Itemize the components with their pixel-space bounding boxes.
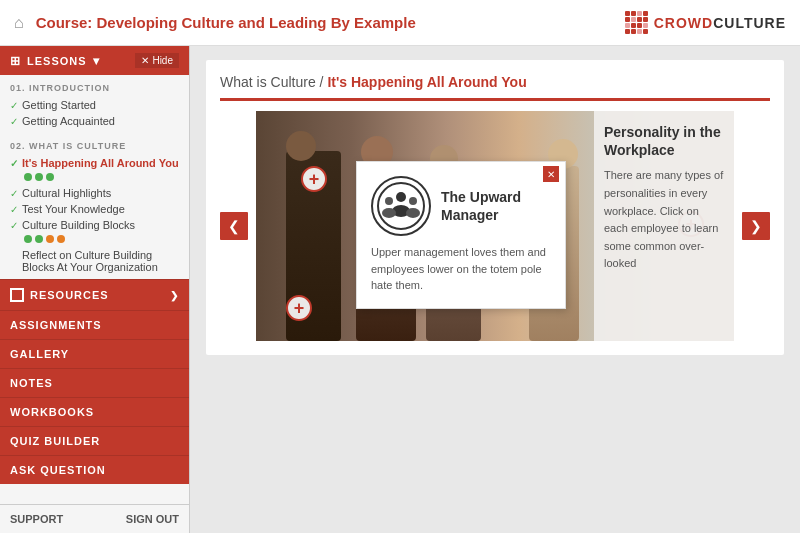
app-header: ⌂ Course: Developing Culture and Leading… [0,0,800,46]
breadcrumb: What is Culture / It's Happening All Aro… [220,74,770,101]
progress-dots [10,171,179,185]
prev-button[interactable]: ❮ [220,212,248,240]
sidebar: ⊞ LESSONS ▾ ✕ Hide 01. INTRODUCTION ✓ Ge… [0,46,190,533]
chevron-right-icon: ❯ [170,290,179,301]
list-item[interactable]: ✓ Getting Acquainted [10,113,179,129]
progress-dots-2 [10,233,179,247]
plus-icon-1[interactable]: + [301,166,327,192]
sidebar-item-gallery[interactable]: GALLERY [0,339,189,368]
check-icon: ✓ [10,100,18,111]
popup-body: Upper management loves them and employee… [371,244,551,294]
hide-button[interactable]: ✕ Hide [135,53,179,68]
carousel-slide: + + + + ✕ [256,111,734,341]
list-item[interactable]: ✓ Reflect on Culture Building Blocks At … [10,247,179,275]
person-1-head [286,131,316,161]
signout-link[interactable]: SIGN OUT [126,513,179,525]
list-item[interactable]: ✓ Culture Building Blocks [10,217,179,233]
sidebar-item-resources[interactable]: RESOURCES ❯ [0,279,189,310]
logo-accent: CROWD [654,15,713,31]
sidebar-footer: SUPPORT SIGN OUT [0,504,189,533]
svg-point-1 [396,192,406,202]
check-icon: ✓ [10,204,18,215]
intro-section: 01. INTRODUCTION ✓ Getting Started ✓ Get… [0,75,189,133]
logo-text: CROWDCULTURE [654,15,786,31]
check-icon: ✓ [10,116,18,127]
logo: CROWDCULTURE [625,11,786,34]
lessons-grid-icon: ⊞ [10,54,21,68]
list-item[interactable]: ✓ Test Your Knowledge [10,201,179,217]
breadcrumb-base: What is Culture / [220,74,327,90]
popup-manager-icon [371,176,431,236]
lessons-header: ⊞ LESSONS ▾ ✕ Hide [0,46,189,75]
content-panel: What is Culture / It's Happening All Aro… [206,60,784,355]
list-item[interactable]: ✓ It's Happening All Around You [10,155,179,171]
list-item[interactable]: ✓ Cultural Highlights [10,185,179,201]
culture-section: 02. WHAT IS CULTURE ✓ It's Happening All… [0,133,189,279]
sidebar-item-quiz-builder[interactable]: QUIZ BUILDER [0,426,189,455]
content-area: What is Culture / It's Happening All Aro… [190,46,800,533]
svg-point-4 [382,208,396,218]
popup-close-button[interactable]: ✕ [543,166,559,182]
right-panel-title: Personality in the Workplace [604,123,724,159]
dot-d [57,235,65,243]
sidebar-item-assignments[interactable]: ASSIGNMENTS [0,310,189,339]
culture-section-title: 02. WHAT IS CULTURE [10,141,179,151]
logo-grid-icon [625,11,648,34]
plus-icon-4[interactable]: + [286,295,312,321]
close-small-icon: ✕ [141,55,149,66]
next-button[interactable]: ❯ [742,212,770,240]
manager-svg [376,181,426,231]
dot-3 [46,173,54,181]
svg-point-3 [385,197,393,205]
dot-2 [35,173,43,181]
sidebar-item-notes[interactable]: NOTES [0,368,189,397]
svg-point-5 [409,197,417,205]
check-icon: ✓ [10,220,18,231]
intro-section-title: 01. INTRODUCTION [10,83,179,93]
resources-icon [10,288,24,302]
main-layout: ⊞ LESSONS ▾ ✕ Hide 01. INTRODUCTION ✓ Ge… [0,46,800,533]
breadcrumb-active: It's Happening All Around You [327,74,526,90]
list-item[interactable]: ✓ Getting Started [10,97,179,113]
carousel: ❮ + [220,111,770,341]
check-icon: ✓ [10,188,18,199]
dot-1 [24,173,32,181]
sidebar-item-ask-question[interactable]: ASK QUESTION [0,455,189,484]
popup-card: ✕ [356,161,566,309]
svg-point-6 [406,208,420,218]
dot-a [24,235,32,243]
right-panel-body: There are many types of personalities in… [604,167,724,273]
popup-header: The Upward Manager [371,176,551,236]
home-icon[interactable]: ⌂ [14,14,24,32]
dot-b [35,235,43,243]
right-panel: Personality in the Workplace There are m… [594,111,734,341]
lessons-label: LESSONS [27,55,87,67]
popup-title: The Upward Manager [441,188,551,224]
lessons-chevron-icon[interactable]: ▾ [93,54,100,68]
check-icon: ✓ [10,158,18,169]
course-title: Course: Developing Culture and Leading B… [36,14,625,31]
dot-c [46,235,54,243]
support-link[interactable]: SUPPORT [10,513,63,525]
sidebar-item-workbooks[interactable]: WORKBOOKS [0,397,189,426]
